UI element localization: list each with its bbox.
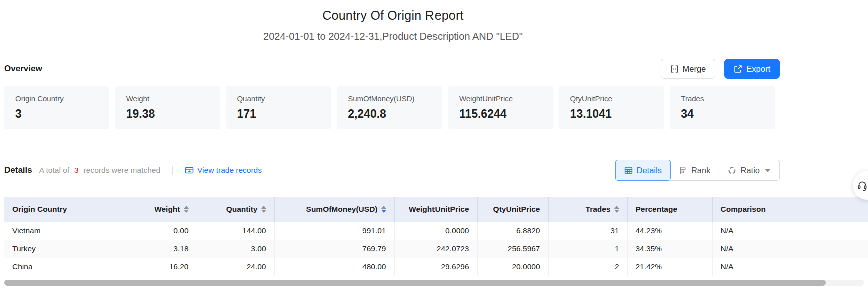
card-value: 115.6244 <box>459 107 542 121</box>
card-quantity: Quantity 171 <box>226 86 331 129</box>
details-bar: Details A total of 3 records were matche… <box>4 159 780 181</box>
cell-sum-of-money: 769.79 <box>274 240 394 258</box>
cell-weight: 0.00 <box>122 222 197 240</box>
view-trade-records-link[interactable]: View trade records <box>185 166 262 175</box>
sort-icon[interactable] <box>261 206 266 213</box>
cell-origin-country: China <box>4 258 122 276</box>
card-label: SumOfMoney(USD) <box>348 94 431 103</box>
trade-records-icon <box>185 166 194 174</box>
cell-origin-country: Vietnam <box>4 222 122 240</box>
view-trade-records-label: View trade records <box>197 166 262 175</box>
cell-weight-unit-price: 0.0000 <box>394 222 477 240</box>
col-header-sum-of-money[interactable]: SumOfMoney(USD) <box>274 197 394 222</box>
card-value: 3 <box>15 107 98 121</box>
overview-cards: Origin Country 3 Weight 19.38 Quantity 1… <box>4 86 775 129</box>
cell-qty-unit-price: 256.5967 <box>477 240 548 258</box>
cell-sum-of-money: 991.01 <box>274 222 394 240</box>
table-row-vietnam[interactable]: Vietnam 0.00 144.00 991.01 0.0000 6.8820… <box>4 222 868 240</box>
col-header-percentage: Percentage <box>627 197 712 222</box>
cell-trades: 1 <box>548 240 627 258</box>
divider <box>172 166 173 175</box>
cell-weight: 16.20 <box>122 258 197 276</box>
details-summary: Details A total of 3 records were matche… <box>4 165 262 175</box>
card-origin-country: Origin Country 3 <box>4 86 109 129</box>
page-title: Country Of Origin Report <box>0 8 786 23</box>
cell-quantity: 3.00 <box>197 240 274 258</box>
sort-icon[interactable] <box>184 206 189 213</box>
details-heading: Details <box>4 165 32 175</box>
cell-trades: 31 <box>548 222 627 240</box>
col-header-comparison: Comparison <box>712 197 868 222</box>
card-weight-unit-price: WeightUnitPrice 115.6244 <box>448 86 553 129</box>
overview-actions: Merge Export <box>661 59 780 79</box>
tab-ratio-label: Ratio <box>740 166 760 175</box>
horizontal-scrollbar[interactable] <box>4 280 864 286</box>
report-subtitle: 2024-01-01 to 2024-12-31,Product Descrip… <box>0 31 786 42</box>
overview-heading: Overview <box>4 64 42 74</box>
cell-weight-unit-price: 242.0723 <box>394 240 477 258</box>
table-row-turkey[interactable]: Turkey 3.18 3.00 769.79 242.0723 256.596… <box>4 240 868 258</box>
table-row-china[interactable]: China 16.20 24.00 480.00 29.6296 20.0000… <box>4 258 868 276</box>
card-label: Quantity <box>237 94 320 103</box>
tab-ratio[interactable]: Ratio <box>719 160 779 180</box>
card-weight: Weight 19.38 <box>115 86 220 129</box>
headset-icon <box>857 180 868 191</box>
cell-comparison: N/A <box>712 222 868 240</box>
card-label: Trades <box>681 94 764 103</box>
cell-comparison: N/A <box>712 258 868 276</box>
table-grid-icon <box>624 166 633 175</box>
sort-icon-active-desc[interactable] <box>381 206 386 213</box>
tab-details-label: Details <box>637 166 662 175</box>
sort-icon[interactable] <box>614 206 619 213</box>
bar-chart-icon <box>679 166 687 175</box>
cell-percentage: 44.23% <box>627 222 712 240</box>
card-sum-of-money: SumOfMoney(USD) 2,240.8 <box>337 86 442 129</box>
tab-rank-label: Rank <box>691 166 711 175</box>
card-value: 34 <box>681 107 764 121</box>
overview-bar: Overview Merge <box>4 58 780 79</box>
card-label: Origin Country <box>15 94 98 103</box>
merge-button-label: Merge <box>683 64 706 74</box>
merge-button[interactable]: Merge <box>661 59 716 79</box>
col-header-weight-unit-price: WeightUnitPrice <box>394 197 477 222</box>
cell-origin-country: Turkey <box>4 240 122 258</box>
card-label: QtyUnitPrice <box>570 94 653 103</box>
col-header-weight[interactable]: Weight <box>122 197 197 222</box>
card-value: 171 <box>237 107 320 121</box>
summary-prefix: A total of <box>39 166 69 175</box>
tab-details[interactable]: Details <box>615 160 671 181</box>
donut-chart-icon <box>728 166 736 175</box>
col-header-origin-country: Origin Country <box>4 197 122 222</box>
card-label: Weight <box>126 94 209 103</box>
view-switcher: Details Rank Ratio <box>615 160 780 181</box>
cell-trades: 2 <box>548 258 627 276</box>
card-value: 19.38 <box>126 107 209 121</box>
export-button[interactable]: Export <box>724 59 780 79</box>
cell-qty-unit-price: 20.0000 <box>477 258 548 276</box>
summary-suffix: records were matched <box>84 166 160 175</box>
chevron-down-icon <box>765 169 771 172</box>
table-header-row: Origin Country Weight Quantity SumOfMone… <box>4 197 868 222</box>
cell-weight: 3.18 <box>122 240 197 258</box>
export-arrow-icon <box>734 65 742 73</box>
matched-records-count: 3 <box>74 166 79 175</box>
help-float-button[interactable] <box>853 171 868 200</box>
tab-rank[interactable]: Rank <box>670 160 719 180</box>
report-header: Country Of Origin Report 2024-01-01 to 2… <box>0 8 786 42</box>
merge-cells-icon <box>670 65 679 73</box>
col-header-trades[interactable]: Trades <box>548 197 627 222</box>
cell-weight-unit-price: 29.6296 <box>394 258 477 276</box>
cell-qty-unit-price: 6.8820 <box>477 222 548 240</box>
cell-quantity: 144.00 <box>197 222 274 240</box>
export-button-label: Export <box>746 64 770 74</box>
card-label: WeightUnitPrice <box>459 94 542 103</box>
country-of-origin-report-page: Country Of Origin Report 2024-01-01 to 2… <box>0 0 868 293</box>
details-table: Origin Country Weight Quantity SumOfMone… <box>4 197 868 276</box>
cell-percentage: 34.35% <box>627 240 712 258</box>
cell-percentage: 21.42% <box>627 258 712 276</box>
scrollbar-thumb[interactable] <box>4 280 826 286</box>
col-header-quantity[interactable]: Quantity <box>197 197 274 222</box>
cell-sum-of-money: 480.00 <box>274 258 394 276</box>
col-header-qty-unit-price: QtyUnitPrice <box>477 197 548 222</box>
cell-comparison: N/A <box>712 240 868 258</box>
